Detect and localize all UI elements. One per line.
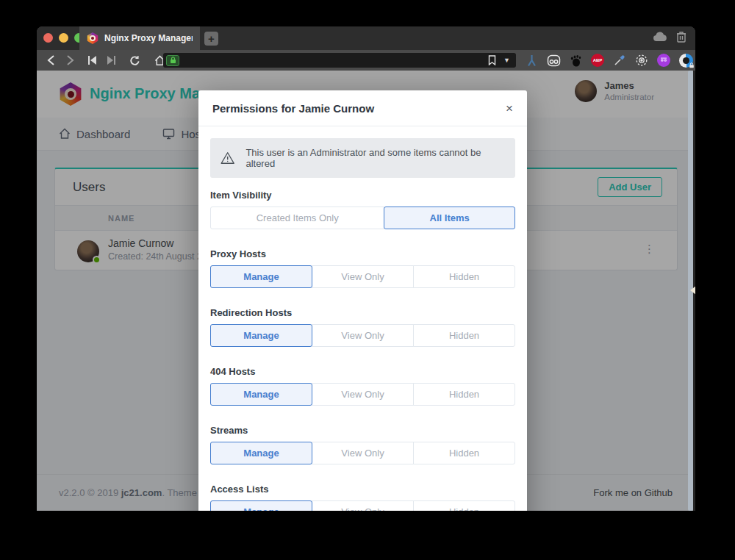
redirection-hosts-section: Redirection Hosts Manage View Only Hidde… bbox=[210, 307, 515, 347]
back-button[interactable] bbox=[41, 51, 60, 69]
gnome-foot-extension-icon[interactable] bbox=[567, 52, 584, 68]
reload-button[interactable] bbox=[125, 51, 144, 69]
page-viewport: Nginx Proxy Manager James Administrator … bbox=[37, 71, 695, 511]
privacy-circle-extension-icon[interactable] bbox=[678, 52, 694, 68]
404-hosts-section: 404 Hosts Manage View Only Hidden bbox=[210, 366, 515, 406]
access-lists-section: Access Lists Manage View Only Hidden bbox=[210, 484, 515, 511]
visibility-created-items-only-button[interactable]: Created Items Only bbox=[210, 207, 384, 229]
item-visibility-label: Item Visibility bbox=[210, 190, 515, 201]
404-hosts-view-only-button[interactable]: View Only bbox=[312, 383, 414, 406]
access-lists-hidden-button[interactable]: Hidden bbox=[413, 500, 515, 511]
eyedropper-extension-icon[interactable] bbox=[612, 52, 628, 68]
session-back-button[interactable] bbox=[82, 51, 101, 69]
streams-hidden-button[interactable]: Hidden bbox=[413, 442, 515, 464]
new-tab-button[interactable]: + bbox=[204, 32, 218, 46]
tab-favicon bbox=[87, 32, 98, 44]
proxy-hosts-section: Proxy Hosts Manage View Only Hidden bbox=[210, 248, 515, 288]
browser-window: Nginx Proxy Manager + bbox=[37, 26, 695, 511]
modal-title: Permissions for Jamie Curnow bbox=[212, 102, 374, 115]
warning-triangle-icon bbox=[220, 151, 234, 165]
edge-arrow-indicator bbox=[690, 286, 695, 295]
traffic-lights bbox=[43, 33, 84, 43]
proxy-hosts-view-only-button[interactable]: View Only bbox=[312, 265, 414, 288]
redirection-hosts-hidden-button[interactable]: Hidden bbox=[413, 324, 515, 347]
admin-warning-alert: This user is an Administrator and some i… bbox=[210, 138, 515, 178]
address-bar[interactable]: ▼ bbox=[163, 53, 516, 68]
extension-icons: ABP bbox=[523, 52, 694, 68]
browser-toolbar: ▼ ABP bbox=[37, 50, 695, 71]
browser-titlebar: Nginx Proxy Manager + bbox=[37, 26, 695, 50]
item-visibility-group: Created Items Only All Items bbox=[210, 207, 515, 229]
screenshot-stage: Nginx Proxy Manager + bbox=[0, 0, 735, 560]
404-hosts-hidden-button[interactable]: Hidden bbox=[413, 383, 515, 406]
alert-text: This user is an Administrator and some i… bbox=[245, 147, 505, 169]
browser-tab[interactable]: Nginx Proxy Manager bbox=[79, 26, 200, 50]
mini-lock-badge-icon bbox=[689, 62, 695, 68]
https-lock-icon[interactable] bbox=[166, 55, 179, 66]
fork-extension-icon[interactable] bbox=[523, 52, 539, 68]
session-forward-button[interactable] bbox=[101, 51, 121, 69]
access-lists-view-only-button[interactable]: View Only bbox=[312, 500, 414, 511]
minimize-window-button[interactable] bbox=[59, 33, 68, 43]
trash-icon[interactable] bbox=[676, 31, 686, 43]
gear-atom-extension-icon[interactable] bbox=[634, 52, 650, 68]
proxy-hosts-hidden-button[interactable]: Hidden bbox=[413, 265, 515, 288]
purple-extension-icon[interactable] bbox=[656, 52, 672, 68]
bookmark-dropdown-caret[interactable]: ▼ bbox=[503, 57, 510, 64]
streams-section: Streams Manage View Only Hidden bbox=[210, 425, 515, 464]
cloud-icon[interactable] bbox=[653, 32, 667, 42]
adblock-plus-extension-icon[interactable]: ABP bbox=[589, 52, 606, 68]
streams-view-only-button[interactable]: View Only bbox=[312, 442, 414, 464]
visibility-all-items-button[interactable]: All Items bbox=[384, 207, 515, 229]
goggles-extension-icon[interactable] bbox=[545, 52, 562, 68]
streams-manage-button[interactable]: Manage bbox=[210, 442, 312, 464]
permissions-modal: Permissions for Jamie Curnow × This user… bbox=[198, 90, 527, 511]
404-hosts-manage-button[interactable]: Manage bbox=[210, 383, 312, 406]
redirection-hosts-view-only-button[interactable]: View Only bbox=[312, 324, 414, 347]
tab-title: Nginx Proxy Manager bbox=[104, 33, 193, 43]
bookmark-icon[interactable] bbox=[488, 55, 496, 65]
forward-button[interactable] bbox=[60, 51, 79, 69]
redirection-hosts-manage-button[interactable]: Manage bbox=[210, 324, 312, 347]
access-lists-manage-button[interactable]: Manage bbox=[210, 500, 312, 511]
proxy-hosts-manage-button[interactable]: Manage bbox=[210, 265, 312, 288]
close-window-button[interactable] bbox=[43, 33, 53, 43]
close-icon[interactable]: × bbox=[506, 102, 513, 115]
